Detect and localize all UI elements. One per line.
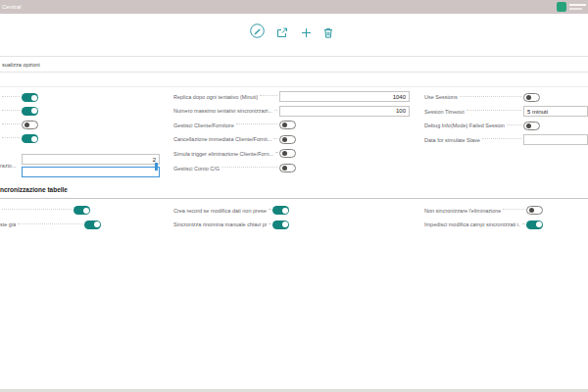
left-toggle-2[interactable]: [22, 107, 38, 116]
leader-dots: [2, 122, 20, 124]
leader-dots: [503, 208, 524, 210]
leader-dots: [260, 94, 277, 96]
share-icon: [276, 27, 288, 38]
field-label: Gestisci Cliente/Fornitore: [173, 122, 234, 128]
leader-dots: [18, 222, 82, 224]
toggle-knob: [282, 221, 288, 227]
leader-dots: [522, 222, 524, 224]
crea-record-toggle[interactable]: [272, 206, 289, 215]
leader-dots: [273, 137, 277, 139]
gestisci-cliente-toggle[interactable]: [279, 121, 296, 129]
leader-dots: [482, 137, 521, 139]
gestisci-conto-toggle[interactable]: [279, 164, 296, 172]
field-label: ste già: [0, 221, 16, 227]
max-attempts-field[interactable]: [279, 106, 410, 117]
field-label: Crea record se modifica dati non present…: [173, 208, 267, 214]
leader-dots: [2, 109, 20, 111]
toggle-knob: [31, 95, 37, 101]
trash-icon: [323, 27, 333, 38]
new-button[interactable]: [298, 24, 314, 40]
field-row: Replica dopo ogni tentativo (Minuti): [173, 90, 410, 103]
toggle-knob: [536, 221, 542, 227]
field-label: Data for simulate Slave: [424, 137, 480, 143]
field-label: Impedisci modifica campi sincronizzati i…: [424, 221, 520, 227]
simulate-slave-field[interactable]: [523, 134, 588, 145]
field-row: Cancellazione immediata Cliente/Fornit..…: [173, 133, 410, 146]
use-sessions-toggle[interactable]: [523, 93, 540, 102]
field-row: [0, 204, 90, 217]
leader-dots: [460, 95, 521, 97]
field-label: Debug Info(Mode) Failed Session: [424, 122, 505, 128]
edit-pencil-icon: [250, 24, 265, 38]
view-options-label: sualizza opzioni: [2, 57, 40, 73]
field-row: Sincronizza rinomina manuale chiavi pri.…: [173, 219, 289, 231]
impedisci-modifica-toggle[interactable]: [526, 220, 543, 229]
toggle-knob: [282, 166, 287, 171]
field-label: Cancellazione immediata Cliente/Fornit..…: [173, 136, 271, 142]
tables-left-toggle-1[interactable]: [74, 206, 90, 215]
leader-dots: [275, 151, 277, 153]
non-sincronizzare-toggle[interactable]: [526, 206, 543, 215]
field-label: Session Timeout: [424, 109, 465, 115]
leader-dots: [269, 222, 270, 224]
view-options-bar[interactable]: sualizza opzioni: [0, 56, 588, 73]
left-toggle-4[interactable]: [22, 134, 38, 143]
field-label: Simula trigger eliminazione Cliente/Forn…: [173, 151, 273, 157]
sincronizza-rinomina-toggle[interactable]: [272, 220, 289, 229]
toggle-knob: [282, 137, 287, 142]
toggle-knob: [83, 208, 89, 214]
replica-minutes-field[interactable]: [279, 91, 410, 102]
toggle-knob: [526, 95, 531, 100]
cancellazione-immediata-toggle[interactable]: [279, 135, 296, 144]
toggle-knob: [94, 221, 100, 227]
section-title: ncronizzazione tabelle: [0, 186, 68, 193]
left-toggle-1[interactable]: [22, 93, 38, 102]
toggle-knob: [282, 151, 287, 156]
field-row: ste già: [0, 219, 101, 231]
toggle-knob: [529, 208, 534, 213]
field-row: [0, 119, 38, 131]
toggle-knob: [31, 108, 37, 114]
title-bar: Central: [0, 0, 588, 14]
leader-dots: [2, 95, 20, 97]
field-row: [0, 105, 38, 118]
field-row: Numero massimo tentativi sincronizzazi..…: [173, 105, 410, 118]
toggle-knob: [282, 122, 287, 127]
edit-button[interactable]: [249, 23, 265, 38]
leader-dots: [466, 109, 521, 111]
toggle-knob: [31, 136, 37, 142]
field-row: Gestisci Cliente/Fornitore: [173, 119, 410, 131]
field-row: Non sincronizzare l'eliminazione: [424, 204, 543, 217]
field-row: Simula trigger eliminazione Cliente/Forn…: [173, 147, 410, 160]
toggle-knob: [526, 123, 531, 128]
leader-dots: [507, 123, 521, 125]
tables-left-toggle-2[interactable]: [84, 220, 101, 229]
share-button[interactable]: [274, 24, 290, 40]
text-cursor: [155, 163, 159, 171]
field-row: [0, 132, 38, 145]
session-timeout-field[interactable]: [523, 106, 588, 117]
leader-dots: [274, 109, 277, 111]
field-label: Numero massimo tentativi sincronizzazi..…: [173, 108, 272, 114]
field-label: Replica dopo ogni tentativo (Minuti): [173, 94, 258, 100]
section-title-rule: [0, 198, 588, 199]
field-row: Use Sessions: [424, 91, 588, 104]
left-focused-field[interactable]: [22, 167, 160, 177]
field-label: Non sincronizzare l'eliminazione: [424, 208, 501, 214]
leader-dots: [2, 208, 72, 210]
simula-trigger-toggle[interactable]: [279, 149, 296, 158]
leader-dots: [221, 166, 277, 168]
field-label: Gestisci Conto C/G: [173, 166, 220, 172]
field-row: Data for simulate Slave: [424, 133, 588, 146]
field-row: Impedisci modifica campi sincronizzati i…: [424, 219, 543, 231]
toggle-knob: [24, 122, 29, 127]
section-divider: [0, 86, 588, 87]
left-toggle-3[interactable]: [22, 121, 38, 129]
environment-avatar[interactable]: [557, 2, 566, 12]
environment-name-text: [569, 4, 586, 6]
debug-infomode-toggle[interactable]: [523, 122, 540, 130]
leader-dots: [236, 122, 277, 124]
field-label: Sincronizza rinomina manuale chiavi pri.…: [173, 221, 267, 227]
delete-button[interactable]: [320, 24, 336, 40]
environment-type-text: [569, 8, 582, 10]
